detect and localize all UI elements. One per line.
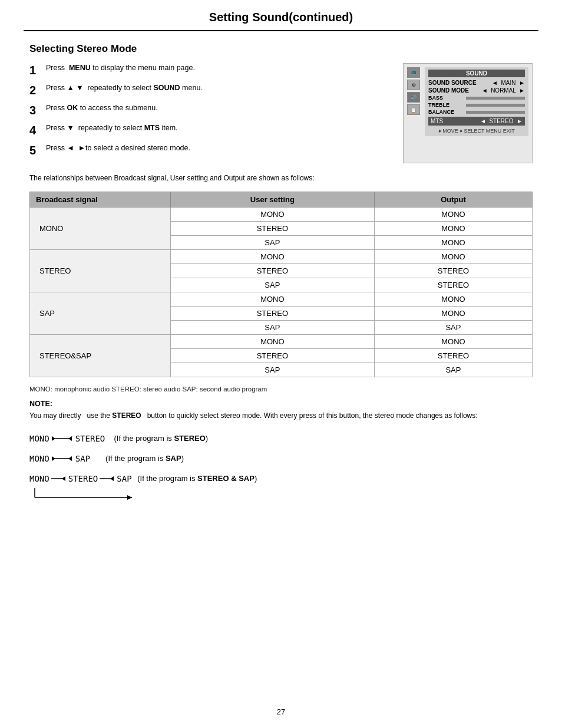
user-mono-1: MONO xyxy=(170,207,374,222)
relationship-text: The relationships between Broadcast sign… xyxy=(29,173,533,183)
diag-return-arrow xyxy=(32,487,150,500)
diag-if-stereo-1: (If the program is STEREO) xyxy=(110,431,208,446)
tv-balance-row: BALANCE xyxy=(428,109,525,115)
steps-list: 1 Press MENU to display the menu main pa… xyxy=(29,63,391,163)
tv-balance-label: BALANCE xyxy=(428,109,464,115)
output-mono-6: MONO xyxy=(374,307,532,321)
user-sap-2: SAP xyxy=(170,278,374,292)
step-num-2: 2 xyxy=(29,82,46,98)
step-1: 1 Press MENU to display the menu main pa… xyxy=(29,63,391,78)
broadcast-mono: MONO xyxy=(30,207,171,250)
note-section: NOTE: You may directly use the STEREO bu… xyxy=(29,400,533,421)
diag-mono-2: MONO xyxy=(29,450,49,467)
step-text-3: Press OK to access the submenu. xyxy=(46,103,158,114)
tv-icon-2: ⚙ xyxy=(407,80,420,90)
step-num-1: 1 xyxy=(29,62,46,78)
diagram-row-2: MONO SAP (If the program is SAP) xyxy=(29,450,533,467)
tv-mts-value: ◄ STEREO ► xyxy=(480,118,523,124)
tv-icon-4: 📋 xyxy=(407,104,420,115)
user-stereo-2: STEREO xyxy=(170,264,374,278)
step-num-3: 3 xyxy=(29,102,46,118)
output-sap-1: SAP xyxy=(374,321,532,335)
tv-mts-row: MTS ◄ STEREO ► xyxy=(428,117,525,126)
diag-sap-1: SAP xyxy=(75,450,90,467)
diag-arrow-1 xyxy=(51,433,74,444)
tv-bass-bar xyxy=(466,97,525,100)
tv-sound-mode-value: ◄ NORMAL ► xyxy=(482,87,525,94)
table-row: MONO MONO MONO xyxy=(30,207,533,222)
diag-arrow-right-1 xyxy=(50,473,68,484)
svg-marker-7 xyxy=(62,476,65,481)
diag-sap-2: SAP xyxy=(117,470,131,487)
user-mono-2: MONO xyxy=(170,250,374,264)
tv-sound-mode-label: SOUND MODE xyxy=(428,87,475,94)
diag-if-sap-1: (If the program is SAP) xyxy=(95,451,184,466)
stereo-diagram: MONO STEREO (If the program is STEREO) M… xyxy=(29,430,533,505)
output-stereo-3: STEREO xyxy=(374,349,532,363)
output-mono-5: MONO xyxy=(374,292,532,307)
output-mono-3: MONO xyxy=(374,236,532,250)
diag-if-stereo-sap: (If the program is STEREO & SAP) xyxy=(135,471,257,486)
tv-footer: ♦ MOVE ♦ SELECT MENU EXIT xyxy=(428,128,525,134)
table-header-user: User setting xyxy=(170,192,374,207)
data-table: Broadcast signal User setting Output MON… xyxy=(29,192,533,377)
output-mono-4: MONO xyxy=(374,250,532,264)
diag-arrow-right-2 xyxy=(98,473,116,484)
diag-stereo-2: STEREO xyxy=(68,470,98,487)
output-stereo-1: STEREO xyxy=(374,264,532,278)
step-text-4: Press ▼ repeatedly to select MTS item. xyxy=(46,123,178,134)
broadcast-sap: SAP xyxy=(30,292,171,335)
tv-treble-bar xyxy=(466,104,525,107)
output-mono-2: MONO xyxy=(374,222,532,236)
svg-marker-4 xyxy=(52,456,55,461)
user-stereo-4: STEREO xyxy=(170,349,374,363)
broadcast-stereo-sap: STEREO&SAP xyxy=(30,335,171,377)
note-text: You may directly use the STEREO button t… xyxy=(29,410,533,421)
tv-panel-title: SOUND xyxy=(428,70,525,77)
abbrev-line: MONO: monophonic audio STEREO: stereo au… xyxy=(29,386,533,393)
table-header-broadcast: Broadcast signal xyxy=(30,192,171,207)
output-mono-7: MONO xyxy=(374,335,532,349)
tv-treble-label: TREBLE xyxy=(428,102,464,108)
svg-marker-5 xyxy=(68,456,72,461)
tv-sound-source-value: ◄ MAIN ► xyxy=(492,80,525,86)
diagram-row-1: MONO STEREO (If the program is STEREO) xyxy=(29,430,533,447)
tv-sound-source-row: SOUND SOURCE ◄ MAIN ► xyxy=(428,80,525,86)
svg-marker-2 xyxy=(68,436,72,441)
user-mono-3: MONO xyxy=(170,292,374,307)
table-row: SAP MONO MONO xyxy=(30,292,533,307)
output-stereo-2: STEREO xyxy=(374,278,532,292)
step-text-1: Press MENU to display the menu main page… xyxy=(46,63,195,74)
diagram-row-3: MONO STEREO SAP (If the program is STERE… xyxy=(29,470,533,505)
user-mono-4: MONO xyxy=(170,335,374,349)
tv-balance-bar xyxy=(466,111,525,114)
step-num-4: 4 xyxy=(29,122,46,139)
tv-mts-label: MTS xyxy=(431,118,443,124)
step-text-5: Press ◄ ►to select a desired stereo mode… xyxy=(46,143,190,154)
step-text-2: Press ▲ ▼ repeatedly to select SOUND men… xyxy=(46,83,203,94)
svg-marker-9 xyxy=(110,476,114,481)
tv-icon-1: 📺 xyxy=(407,67,420,78)
diag-arrow-2 xyxy=(51,453,74,464)
diag-stereo-1: STEREO xyxy=(75,430,105,447)
svg-marker-12 xyxy=(127,495,132,500)
diag-mono-1: MONO xyxy=(29,430,49,447)
tv-panel-inner: SOUND SOUND SOURCE ◄ MAIN ► SOUND MODE ◄… xyxy=(425,67,528,136)
tv-bass-row: BASS xyxy=(428,95,525,101)
table-row: STEREO&SAP MONO MONO xyxy=(30,335,533,349)
step-4: 4 Press ▼ repeatedly to select MTS item. xyxy=(29,123,391,139)
user-stereo-3: STEREO xyxy=(170,307,374,321)
step-5: 5 Press ◄ ►to select a desired stereo mo… xyxy=(29,143,391,159)
tv-icon-3: 🔊 xyxy=(407,92,420,103)
section-title: Selecting Stereo Mode xyxy=(29,43,533,55)
output-sap-2: SAP xyxy=(374,363,532,377)
tv-sound-mode-row: SOUND MODE ◄ NORMAL ► xyxy=(428,87,525,94)
user-sap-1: SAP xyxy=(170,236,374,250)
diag-mono-3: MONO xyxy=(29,470,49,487)
table-row: STEREO MONO MONO xyxy=(30,250,533,264)
page-number: 27 xyxy=(277,707,285,716)
table-header-output: Output xyxy=(374,192,532,207)
svg-marker-1 xyxy=(52,436,55,441)
tv-sound-source-label: SOUND SOURCE xyxy=(428,80,477,86)
user-sap-3: SAP xyxy=(170,321,374,335)
